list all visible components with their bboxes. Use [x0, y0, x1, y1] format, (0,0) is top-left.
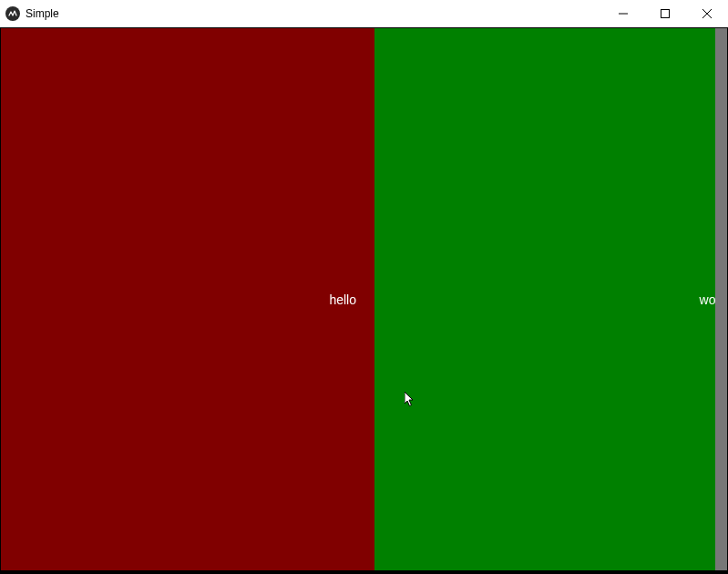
titlebar: Simple [0, 0, 728, 27]
content-inner: hello world [1, 28, 727, 570]
svg-rect-1 [661, 10, 670, 18]
left-pane: hello [1, 28, 374, 570]
left-pane-text: hello [329, 292, 356, 307]
minimize-button[interactable] [602, 0, 644, 27]
window-title: Simple [26, 7, 59, 20]
window-controls [602, 0, 728, 27]
vertical-scrollbar[interactable] [715, 28, 727, 570]
app-icon [5, 6, 20, 21]
maximize-button[interactable] [644, 0, 686, 27]
close-button[interactable] [686, 0, 728, 27]
right-pane: world [374, 28, 727, 570]
content-frame: hello world [0, 27, 728, 574]
